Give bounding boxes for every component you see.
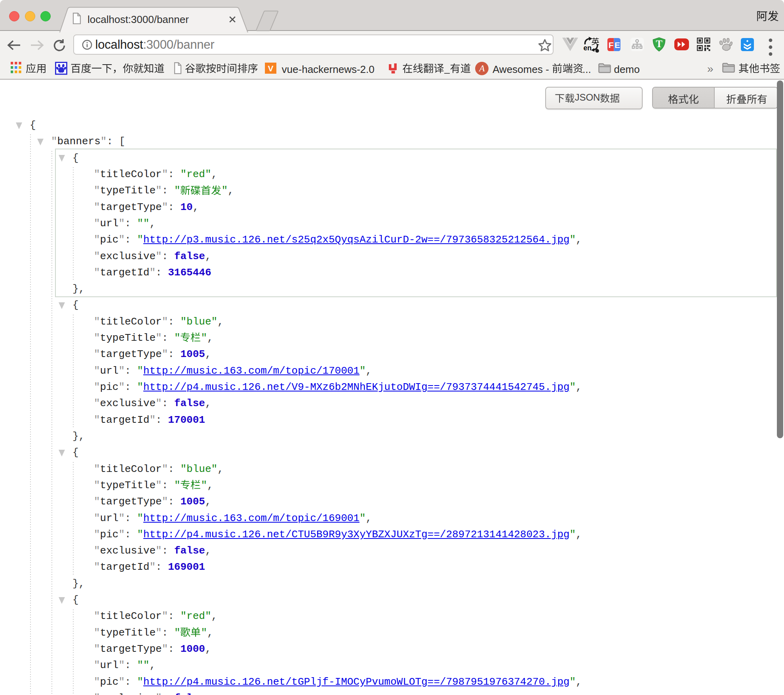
svg-text:V: V <box>268 64 274 73</box>
svg-text:E: E <box>615 40 620 49</box>
svg-text:en: en <box>583 44 592 52</box>
svg-text:T: T <box>656 38 663 49</box>
svg-text:A: A <box>478 63 485 73</box>
svg-text:F: F <box>609 40 614 49</box>
